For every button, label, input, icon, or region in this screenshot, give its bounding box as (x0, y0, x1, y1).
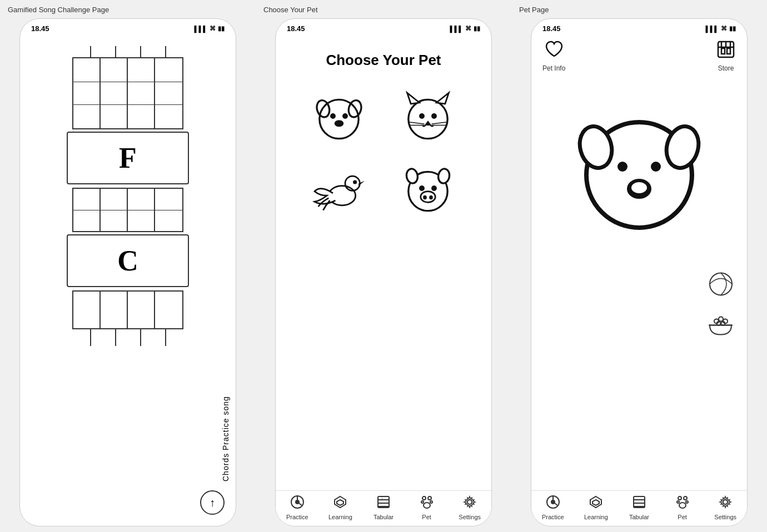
tab-settings-label-2: Settings (459, 514, 481, 520)
svg-marker-7 (407, 93, 420, 104)
svg-point-25 (421, 192, 435, 203)
status-icons-1: ▌▌▌ ⌘ ▮▮ (195, 25, 225, 32)
tab-bar-2: Practice Learning (276, 490, 491, 526)
dog-icon (308, 86, 370, 147)
learning-icon-3 (588, 494, 604, 512)
svg-point-27 (429, 195, 433, 200)
tab-settings-2[interactable]: Settings (448, 494, 491, 520)
screen-1-section: Gamified Song Challenge Page 18.45 ▌▌▌ ⌘… (0, 0, 256, 532)
bird-icon (308, 158, 370, 219)
time-2: 18.45 (287, 24, 305, 33)
tab-learning-3[interactable]: Learning (575, 494, 618, 520)
tab-practice-label-2: Practice (286, 514, 308, 520)
svg-point-23 (420, 187, 424, 190)
time-3: 18.45 (542, 24, 561, 33)
svg-point-43 (424, 503, 430, 508)
pet-cat-option[interactable] (389, 86, 467, 147)
status-icons-3: ▌▌▌ ⌘ ▮▮ (706, 25, 736, 32)
svg-point-52 (617, 162, 627, 172)
tab-practice-3[interactable]: Practice (531, 494, 575, 520)
pet-bird-option[interactable] (300, 158, 378, 219)
tab-pet-3[interactable]: Pet (661, 494, 704, 520)
svg-point-75 (677, 501, 679, 503)
chord-c-box[interactable]: C (67, 234, 189, 287)
cat-icon (397, 86, 459, 147)
practice-icon-3 (545, 494, 561, 512)
svg-point-26 (423, 195, 427, 200)
status-bar-1: 18.45 ▌▌▌ ⌘ ▮▮ (20, 19, 236, 35)
up-arrow-icon: ↑ (210, 496, 215, 509)
svg-point-76 (686, 501, 688, 503)
screen-3-label: Pet Page (517, 6, 761, 14)
tab-pet-label-2: Pet (422, 514, 431, 520)
phone-frame-1: 18.45 ▌▌▌ ⌘ ▮▮ Chords Practice song (19, 18, 236, 526)
svg-point-59 (719, 317, 723, 321)
svg-point-19 (353, 181, 356, 183)
svg-rect-46 (721, 48, 725, 54)
pet-icon-2 (419, 494, 435, 512)
fret-grid-bottom (72, 290, 183, 346)
settings-icon-3 (718, 494, 733, 512)
status-bar-2: 18.45 ▌▌▌ ⌘ ▮▮ (276, 19, 491, 35)
chord-f-box[interactable]: F (67, 132, 189, 184)
svg-point-73 (678, 496, 681, 500)
pet-pig-option[interactable] (389, 158, 467, 219)
pet-display-area (531, 78, 747, 490)
tab-practice-2[interactable]: Practice (276, 494, 319, 520)
tab-tabular-2[interactable]: ♪ Tabular (362, 494, 405, 520)
tab-pet-2[interactable]: Pet (405, 494, 449, 520)
svg-point-5 (335, 121, 342, 126)
pet-info-button[interactable]: Pet Info (542, 39, 565, 72)
vertical-title: Chords Practice song (221, 35, 230, 481)
wifi-icon-2: ⌘ (465, 25, 471, 32)
store-label: Store (718, 64, 734, 72)
signal-icon-3: ▌▌▌ (706, 26, 719, 32)
svg-point-21 (405, 168, 419, 184)
fret-grid-middle (72, 188, 183, 232)
fret-grid-top (72, 46, 183, 129)
svg-point-56 (710, 273, 732, 295)
learning-icon-2 (332, 494, 348, 512)
store-icon (716, 39, 736, 62)
wifi-icon-1: ⌘ (210, 25, 216, 32)
ball-item[interactable] (707, 270, 735, 300)
food-bowl-item[interactable] (705, 311, 736, 341)
svg-point-53 (651, 162, 661, 172)
store-button[interactable]: Store (716, 39, 736, 72)
pet-page-header: Pet Info Store (531, 35, 747, 78)
svg-rect-47 (727, 48, 730, 54)
signal-icon-1: ▌▌▌ (195, 26, 207, 32)
wifi-icon-3: ⌘ (721, 25, 727, 32)
tab-pet-label-3: Pet (678, 514, 687, 520)
ball-icon (707, 270, 735, 298)
svg-point-0 (320, 99, 358, 138)
pig-icon (397, 158, 459, 219)
pet-grid (300, 86, 467, 219)
svg-point-4 (343, 114, 347, 118)
tab-tabular-3[interactable]: Tabular (617, 494, 661, 520)
choose-pet-content: Choose Your Pet (276, 35, 491, 490)
pet-icon-3 (675, 494, 690, 512)
svg-point-6 (409, 99, 447, 138)
tabular-icon-2: ♪ (376, 494, 391, 512)
chord-practice-area: Chords Practice song (20, 35, 236, 526)
svg-point-66 (551, 500, 555, 504)
settings-icon-2 (462, 494, 477, 512)
chord-f-letter: F (119, 142, 137, 174)
tab-settings-label-3: Settings (714, 514, 736, 520)
battery-icon-1: ▮▮ (218, 25, 225, 32)
tab-settings-3[interactable]: Settings (704, 494, 747, 520)
pet-accessories (705, 270, 736, 341)
pet-dog-option[interactable] (300, 86, 378, 147)
tab-tabular-label-3: Tabular (629, 514, 649, 520)
tab-learning-2[interactable]: Learning (319, 494, 362, 520)
phone-frame-3: 18.45 ▌▌▌ ⌘ ▮▮ Pet Info (531, 18, 748, 526)
svg-point-39 (422, 496, 426, 500)
svg-line-12 (410, 122, 424, 124)
screen-3-section: Pet Page 18.45 ▌▌▌ ⌘ ▮▮ Pet Info (511, 0, 767, 532)
time-1: 18.45 (31, 24, 49, 33)
status-bar-3: 18.45 ▌▌▌ ⌘ ▮▮ (531, 19, 747, 35)
svg-point-55 (631, 182, 647, 193)
choose-pet-title: Choose Your Pet (326, 52, 441, 69)
up-arrow-button[interactable]: ↑ (200, 490, 225, 515)
